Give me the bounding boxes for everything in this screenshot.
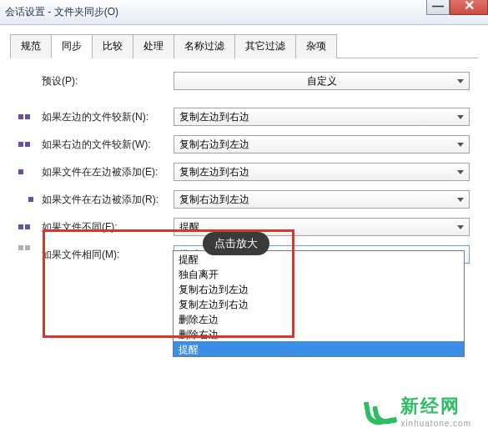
tab-handle[interactable]: 处理 — [133, 34, 174, 58]
dropdown-option-selected[interactable]: 提醒 — [174, 341, 464, 356]
label-preset: 预设(P): — [42, 74, 174, 88]
preset-combo[interactable]: 自定义 — [174, 72, 470, 90]
tab-misc[interactable]: 杂项 — [295, 34, 337, 58]
dropdown-option[interactable]: 复制右边到左边 — [174, 281, 464, 296]
window-buttons: — ✕ — [426, 0, 488, 15]
tab-compare[interactable]: 比较 — [92, 34, 133, 58]
tab-strip: 规范 同步 比较 处理 名称过滤 其它过滤 杂项 — [10, 33, 478, 58]
tooltip-zoom: 点击放大 — [203, 232, 269, 255]
logo-text-en: xinhuatone.com — [400, 419, 471, 428]
close-button[interactable]: ✕ — [450, 0, 488, 15]
row-added-left: 如果文件在左边被添加(E): 复制左边到右边 — [18, 163, 470, 181]
status-bullets — [18, 224, 42, 229]
row-left-newer: 如果左边的文件较新(N): 复制左边到右边 — [18, 108, 470, 126]
tab-other-filter[interactable]: 其它过滤 — [234, 34, 296, 58]
added-right-combo[interactable]: 复制右边到左边 — [174, 190, 470, 209]
label-diff: 如果文件不同(F): — [42, 220, 174, 234]
minimize-button[interactable]: — — [426, 0, 450, 15]
label-added-right: 如果文件在右边被添加(R): — [42, 193, 174, 207]
dropdown-option[interactable]: 复制左边到右边 — [174, 296, 464, 311]
watermark-logo: 新经网 xinhuatone.com — [362, 394, 471, 428]
left-newer-combo[interactable]: 复制左边到右边 — [174, 108, 470, 126]
label-right-newer: 如果右边的文件较新(W): — [42, 138, 174, 152]
status-bullets — [18, 114, 42, 119]
label-added-left: 如果文件在左边被添加(E): — [42, 165, 174, 179]
logo-text-cn: 新经网 — [400, 394, 471, 419]
right-newer-combo[interactable]: 复制右边到左边 — [174, 135, 470, 154]
row-right-newer: 如果右边的文件较新(W): 复制右边到左边 — [18, 135, 470, 154]
status-bullets — [18, 142, 42, 147]
row-added-right: 如果文件在右边被添加(R): 复制右边到左边 — [18, 190, 470, 209]
title-bar: 会话设置 - 文件夹同步(O) — ✕ — [0, 0, 488, 25]
added-left-combo[interactable]: 复制左边到右边 — [174, 163, 470, 181]
tab-sync[interactable]: 同步 — [51, 34, 93, 58]
tab-name-filter[interactable]: 名称过滤 — [174, 34, 235, 58]
window-title: 会话设置 - 文件夹同步(O) — [5, 5, 118, 19]
status-bullets — [18, 245, 42, 250]
status-bullets — [18, 197, 42, 202]
label-left-newer: 如果左边的文件较新(N): — [42, 110, 174, 124]
tab-spec[interactable]: 规范 — [10, 34, 52, 58]
status-bullets — [18, 169, 42, 174]
label-same: 如果文件相同(M): — [42, 245, 174, 262]
row-preset: 预设(P): 自定义 — [18, 72, 470, 90]
dropdown-option[interactable]: 删除右边 — [174, 326, 464, 341]
same-dropdown-list: 提醒 独自离开 复制右边到左边 复制左边到右边 删除左边 删除右边 提醒 — [173, 250, 465, 357]
dropdown-option[interactable]: 独自离开 — [174, 266, 464, 281]
logo-mark-icon — [362, 395, 395, 428]
dropdown-option[interactable]: 删除左边 — [174, 311, 464, 326]
